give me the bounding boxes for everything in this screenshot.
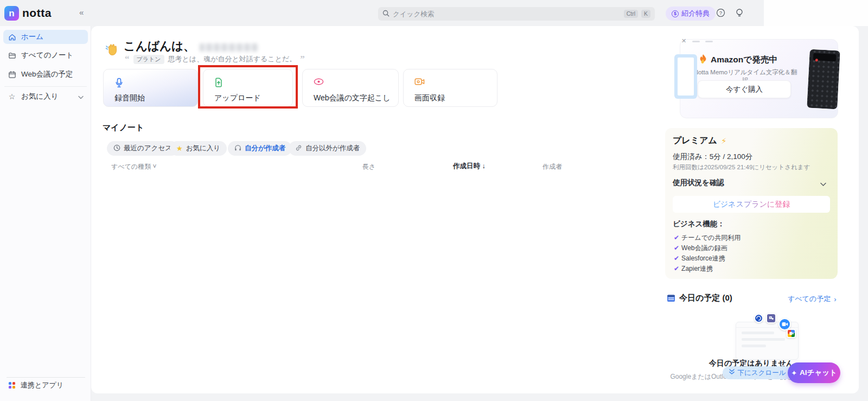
filter-created-by-me[interactable]: 自分が作成者: [228, 141, 292, 156]
svg-text:?: ?: [719, 10, 722, 16]
feature-item: ✔Web会議の録画: [674, 244, 727, 252]
chevron-down-icon[interactable]: [78, 93, 84, 101]
sidebar-item-integrations-apps[interactable]: 連携とアプリ: [5, 378, 87, 392]
calendar-icon: [667, 294, 675, 304]
daily-quote: “ プラトン 思考とは、魂が自分と対話することだ。 ”: [125, 54, 305, 65]
quote-text: 思考とは、魂が自分と対話することだ。: [168, 54, 297, 64]
coin-icon: $: [672, 10, 679, 17]
ai-chat-button[interactable]: ✦ AIチャット: [788, 362, 840, 383]
buy-now-button[interactable]: 今すぐ購入: [698, 80, 791, 98]
chevron-down-icon[interactable]: [820, 179, 826, 189]
help-icon[interactable]: ?: [716, 8, 725, 20]
usage-reset-note: 利用回数は2025/09/25 21:49にリセットされます: [673, 163, 810, 171]
quick-search-input[interactable]: Ctrl K: [378, 7, 655, 21]
usage-status-toggle[interactable]: 使用状況を確認: [673, 178, 724, 188]
notta-logo-icon[interactable]: n: [4, 6, 19, 21]
promo-title: Amazonで発売中: [711, 54, 777, 66]
column-created-at[interactable]: 作成日時 ↓: [453, 162, 486, 171]
sidebar: [0, 26, 91, 401]
all-schedule-link[interactable]: すべての予定›: [788, 294, 837, 304]
clock-icon: [113, 144, 120, 153]
double-chevron-down-icon: [729, 369, 735, 377]
shortcut-k-key: K: [641, 10, 650, 18]
microphone-icon: [114, 78, 124, 90]
sidebar-divider: [4, 86, 87, 87]
check-icon: ✔: [674, 254, 679, 262]
sidebar-item-all-notes[interactable]: すべてのノート: [3, 48, 88, 62]
promo-decoration-dash: [705, 41, 713, 42]
check-icon: ✔: [674, 234, 679, 241]
filter-created-by-others[interactable]: 自分以外が作成者: [289, 141, 366, 156]
quote-author-badge: プラトン: [133, 55, 164, 64]
apps-grid-icon: [9, 382, 15, 389]
brand-name: notta: [22, 7, 52, 20]
feature-item: ✔Zapier連携: [674, 264, 713, 273]
notes-folder-icon: [8, 52, 16, 60]
meeting-transcription-card[interactable]: Web会議の文字起こし: [302, 69, 399, 107]
my-notes-title: マイノート: [103, 123, 144, 133]
star-outline-icon: ☆: [8, 92, 16, 101]
business-features-title: ビジネス機能：: [673, 219, 725, 229]
chevron-right-icon: ›: [834, 295, 836, 303]
blurred-username: [200, 43, 258, 52]
webex-icon: [754, 314, 763, 323]
teams-icon: T: [766, 313, 776, 323]
feature-item: ✔チームでの共同利用: [674, 233, 741, 242]
search-field[interactable]: [393, 10, 621, 18]
notta-memo-device-image: [807, 49, 840, 110]
sidebar-bottom-divider: [7, 377, 85, 378]
search-icon: [382, 9, 390, 19]
filter-favorites[interactable]: ★ お気に入り: [170, 141, 227, 156]
web-meeting-icon: [314, 78, 324, 88]
zap-icon: ⚡: [721, 136, 727, 146]
link-icon: [295, 144, 302, 153]
usage-text: 使用済み：5分 / 2,100分: [673, 152, 752, 162]
referral-bonus-button[interactable]: $ 紹介特典: [666, 7, 716, 21]
scroll-down-button[interactable]: 下にスクロール: [723, 366, 792, 379]
screen-record-card[interactable]: 画面収録: [403, 69, 497, 107]
fire-icon: [699, 54, 707, 64]
type-filter-dropdown[interactable]: すべての種類 ˅: [111, 162, 156, 171]
headphones-icon: [234, 144, 241, 153]
filter-recent-access[interactable]: 最近のアクセス: [107, 141, 178, 156]
today-schedule-title: 今日の予定 (0): [679, 293, 732, 303]
close-icon[interactable]: ✕: [681, 37, 686, 44]
sidebar-item-home[interactable]: ホーム: [3, 30, 88, 44]
start-recording-card[interactable]: 録音開始: [103, 69, 198, 107]
column-length: 長さ: [362, 162, 375, 171]
calendar-icon: [8, 71, 16, 79]
highlight-annotation-box: [198, 65, 298, 109]
promo-decoration-dash: [692, 41, 700, 42]
premium-title: プレミアム⚡: [673, 135, 726, 147]
lightbulb-icon[interactable]: [735, 8, 744, 20]
quote-open-icon: “: [125, 54, 130, 65]
google-meet-icon: [787, 329, 796, 338]
waving-hand-icon: [104, 41, 120, 58]
shortcut-ctrl-key: Ctrl: [624, 10, 638, 18]
sidebar-item-favorites[interactable]: ☆ お気に入り: [3, 90, 88, 104]
sparkle-icon: ✦: [791, 369, 797, 377]
sort-down-icon: ↓: [482, 162, 485, 170]
header-bar-right: [764, 0, 868, 26]
qr-code: [674, 54, 697, 99]
greeting-text: こんばんは、: [124, 38, 195, 54]
star-icon: ★: [176, 144, 183, 152]
screen-record-icon: [414, 78, 425, 88]
sidebar-item-meeting-schedule[interactable]: Web会議の予定: [3, 67, 88, 81]
check-icon: ✔: [674, 265, 679, 272]
sidebar-collapse-button[interactable]: «: [79, 8, 84, 17]
column-creator: 作成者: [542, 162, 562, 171]
feature-item: ✔Salesforce連携: [674, 254, 725, 263]
home-icon: [8, 33, 16, 41]
quote-close-icon: ”: [300, 54, 305, 65]
check-icon: ✔: [674, 244, 679, 252]
business-plan-signup-button[interactable]: ビジネスプランに登録: [673, 196, 830, 213]
